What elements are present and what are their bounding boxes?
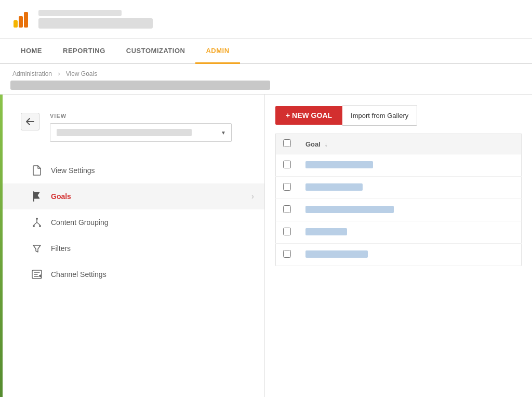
view-dropdown[interactable]: ▼ bbox=[50, 123, 232, 142]
hierarchy-icon bbox=[31, 217, 43, 228]
row-checkbox-cell bbox=[276, 177, 299, 199]
svg-rect-2 bbox=[24, 12, 28, 28]
breadcrumb-separator: › bbox=[58, 70, 60, 77]
chevron-down-icon: ▼ bbox=[221, 130, 226, 136]
goal-cell bbox=[298, 199, 522, 221]
sidebar-item-label: View Settings bbox=[51, 166, 95, 175]
header-info bbox=[38, 10, 153, 29]
goal-cell bbox=[298, 177, 522, 199]
filter-icon bbox=[31, 243, 43, 254]
goal-name[interactable] bbox=[305, 161, 373, 168]
action-bar: + NEW GOAL Import from Gallery bbox=[275, 105, 522, 126]
breadcrumb-area: Administration › View Goals bbox=[0, 64, 532, 95]
flag-icon bbox=[31, 191, 43, 202]
ga-logo bbox=[10, 9, 31, 30]
sidebar-item-label: Goals bbox=[51, 192, 71, 201]
svg-point-4 bbox=[33, 225, 35, 227]
header-account bbox=[38, 18, 153, 29]
row-checkbox-cell bbox=[276, 154, 299, 177]
table-row bbox=[276, 154, 522, 177]
row-checkbox-cell bbox=[276, 199, 299, 221]
goal-name[interactable] bbox=[305, 183, 363, 191]
goal-name[interactable] bbox=[305, 228, 347, 235]
goals-table: Goal ↓ bbox=[275, 134, 522, 266]
goal-name[interactable] bbox=[305, 250, 368, 258]
breadcrumb-title bbox=[10, 81, 270, 90]
svg-rect-0 bbox=[14, 20, 18, 28]
sidebar-item-label: Channel Settings bbox=[51, 270, 107, 279]
row-checkbox[interactable] bbox=[283, 161, 291, 168]
breadcrumb: Administration › View Goals bbox=[10, 70, 522, 77]
sidebar-nav: View Settings Goals › bbox=[0, 157, 264, 287]
sidebar-item-goals[interactable]: Goals › bbox=[0, 183, 264, 209]
table-row bbox=[276, 244, 522, 266]
svg-rect-1 bbox=[19, 16, 23, 28]
table-row bbox=[276, 199, 522, 221]
import-from-gallery-button[interactable]: Import from Gallery bbox=[342, 105, 417, 126]
view-section: VIEW ▼ bbox=[39, 113, 242, 147]
nav-customization[interactable]: CUSTOMIZATION bbox=[116, 39, 196, 64]
goal-name[interactable] bbox=[305, 206, 394, 213]
row-checkbox[interactable] bbox=[283, 205, 291, 213]
sidebar-top-row: VIEW ▼ bbox=[0, 105, 264, 150]
nav-reporting[interactable]: REPORTING bbox=[52, 39, 116, 64]
goal-cell bbox=[298, 244, 522, 266]
table-row bbox=[276, 177, 522, 199]
goal-column-label: Goal bbox=[305, 140, 321, 148]
nav-home[interactable]: HOME bbox=[10, 39, 52, 64]
row-checkbox-cell bbox=[276, 244, 299, 266]
sidebar-item-label: Content Grouping bbox=[51, 218, 109, 227]
sidebar-item-view-settings[interactable]: View Settings bbox=[0, 157, 264, 183]
svg-point-3 bbox=[36, 218, 38, 220]
new-goal-button[interactable]: + NEW GOAL bbox=[275, 106, 342, 125]
row-checkbox[interactable] bbox=[283, 250, 291, 258]
goal-cell bbox=[298, 154, 522, 177]
breadcrumb-root[interactable]: Administration bbox=[12, 70, 52, 77]
row-checkbox[interactable] bbox=[283, 228, 291, 235]
row-checkbox-cell bbox=[276, 221, 299, 244]
select-all-checkbox[interactable] bbox=[283, 139, 291, 147]
main-nav: HOME REPORTING CUSTOMIZATION ADMIN bbox=[0, 39, 532, 64]
table-header-checkbox bbox=[276, 134, 299, 154]
svg-point-5 bbox=[39, 225, 41, 227]
view-dropdown-value bbox=[57, 129, 192, 136]
row-checkbox[interactable] bbox=[283, 183, 291, 191]
header bbox=[0, 0, 532, 39]
sort-icon: ↓ bbox=[325, 141, 328, 148]
content-area: + NEW GOAL Import from Gallery Goal ↓ bbox=[265, 95, 532, 397]
green-accent-bar bbox=[0, 95, 3, 397]
sidebar: VIEW ▼ View Settings bbox=[0, 95, 265, 397]
sidebar-item-label: Filters bbox=[51, 244, 71, 253]
breadcrumb-current: View Goals bbox=[66, 70, 97, 77]
table-header-goal[interactable]: Goal ↓ bbox=[298, 134, 522, 154]
goal-cell bbox=[298, 221, 522, 244]
file-icon bbox=[31, 165, 43, 176]
main-content: VIEW ▼ View Settings bbox=[0, 95, 532, 397]
chevron-right-icon: › bbox=[251, 192, 254, 201]
nav-admin[interactable]: ADMIN bbox=[195, 39, 240, 64]
channel-icon bbox=[31, 269, 43, 280]
table-row bbox=[276, 221, 522, 244]
sidebar-item-filters[interactable]: Filters bbox=[0, 235, 264, 261]
view-label: VIEW bbox=[50, 113, 232, 119]
table-header-row: Goal ↓ bbox=[276, 134, 522, 154]
back-button[interactable] bbox=[21, 113, 39, 130]
sidebar-item-content-grouping[interactable]: Content Grouping bbox=[0, 209, 264, 235]
header-email bbox=[38, 10, 122, 16]
sidebar-item-channel-settings[interactable]: Channel Settings bbox=[0, 261, 264, 287]
